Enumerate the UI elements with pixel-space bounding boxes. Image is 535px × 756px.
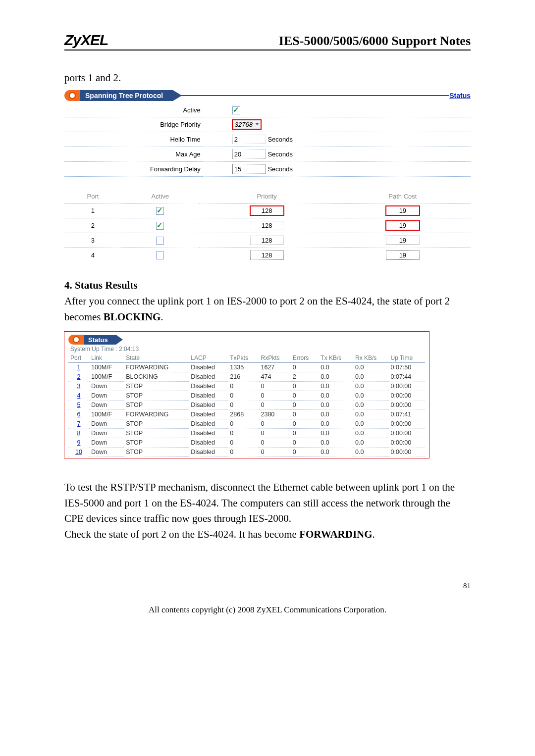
status-lacp-cell: Disabled	[189, 419, 228, 429]
status-up-cell: 0:00:00	[389, 391, 425, 401]
port-number: 3	[64, 233, 121, 248]
status-state-cell: STOP	[124, 419, 189, 429]
port-priority-input[interactable]: 128	[250, 236, 284, 245]
port-active-checkbox[interactable]	[156, 237, 164, 245]
status-port-link[interactable]: 5	[68, 401, 89, 410]
status-rxkb-cell: 0.0	[353, 448, 389, 457]
status-col-header: State	[124, 353, 189, 363]
active-label: Active	[64, 104, 203, 117]
status-state-cell: STOP	[124, 401, 189, 410]
status-up-cell: 0:07:50	[389, 363, 425, 372]
port-active-checkbox[interactable]	[156, 222, 164, 230]
status-port-link[interactable]: 3	[68, 382, 89, 391]
status-state-cell: STOP	[124, 448, 189, 457]
port-pathcost-input[interactable]: 19	[386, 221, 420, 230]
forwarding-delay-input[interactable]: 15	[232, 164, 266, 174]
section-heading: 4. Status Results	[64, 279, 471, 292]
status-link-cell: Down	[89, 429, 124, 438]
status-panel-pill: Status	[68, 335, 425, 345]
bridge-priority-select[interactable]: 32768	[232, 120, 261, 129]
status-rxkb-cell: 0.0	[353, 363, 389, 372]
status-row: 1100M/FFORWARDINGDisabled1335162700.00.0…	[68, 363, 425, 372]
status-txkb-cell: 0.0	[319, 382, 353, 391]
status-tx-cell: 0	[228, 391, 259, 401]
status-rxkb-cell: 0.0	[353, 410, 389, 419]
status-port-link[interactable]: 6	[68, 410, 89, 419]
port-pathcost-input[interactable]: 19	[386, 251, 420, 260]
status-up-cell: 0:00:00	[389, 429, 425, 438]
port-pathcost-input[interactable]: 19	[386, 236, 420, 245]
status-txkb-cell: 0.0	[319, 419, 353, 429]
status-port-link[interactable]: 7	[68, 419, 89, 429]
status-err-cell: 0	[291, 419, 319, 429]
status-col-header: Tx KB/s	[319, 353, 353, 363]
status-rx-cell: 0	[259, 391, 291, 401]
status-state-cell: STOP	[124, 438, 189, 448]
status-state-cell: FORWARDING	[124, 410, 189, 419]
status-err-cell: 2	[291, 372, 319, 382]
hello-time-input[interactable]: 2	[232, 135, 266, 144]
intro-text: ports 1 and 2.	[64, 70, 471, 86]
status-port-link[interactable]: 1	[68, 363, 89, 372]
port-number: 4	[64, 248, 121, 263]
status-err-cell: 0	[291, 401, 319, 410]
status-rx-cell: 0	[259, 419, 291, 429]
port-number: 1	[64, 203, 121, 218]
status-row: 4DownSTOPDisabled0000.00.00:00:00	[68, 391, 425, 401]
status-link-cell: Down	[89, 382, 124, 391]
col-port: Port	[64, 190, 121, 203]
port-priority-input[interactable]: 128	[250, 251, 284, 260]
status-rxkb-cell: 0.0	[353, 382, 389, 391]
status-row: 5DownSTOPDisabled0000.00.00:00:00	[68, 401, 425, 410]
status-port-link[interactable]: 8	[68, 429, 89, 438]
status-lacp-cell: Disabled	[189, 391, 228, 401]
status-rx-cell: 0	[259, 401, 291, 410]
status-row: 8DownSTOPDisabled0000.00.00:00:00	[68, 429, 425, 438]
status-up-cell: 0:07:41	[389, 410, 425, 419]
closing-p1: To test the RSTP/STP mechanism, disconne…	[64, 480, 471, 527]
status-port-link[interactable]: 4	[68, 391, 89, 401]
status-row: 7DownSTOPDisabled0000.00.00:00:00	[68, 419, 425, 429]
max-age-input[interactable]: 20	[232, 150, 266, 159]
active-checkbox[interactable]	[232, 106, 240, 114]
port-priority-input[interactable]: 128	[250, 221, 284, 230]
port-active-checkbox[interactable]	[156, 207, 164, 215]
status-col-header: Errors	[291, 353, 319, 363]
port-pathcost-input[interactable]: 19	[386, 206, 420, 215]
panel-title: Spanning Tree Protocol	[80, 90, 173, 101]
status-tx-cell: 0	[228, 419, 259, 429]
port-active-checkbox[interactable]	[156, 252, 164, 259]
status-err-cell: 0	[291, 429, 319, 438]
status-col-header: Rx KB/s	[353, 353, 389, 363]
status-port-link[interactable]: 9	[68, 438, 89, 448]
status-col-header: Port	[68, 353, 89, 363]
status-tx-cell: 0	[228, 382, 259, 391]
status-tx-cell: 0	[228, 429, 259, 438]
status-link-cell: 100M/F	[89, 410, 124, 419]
status-txkb-cell: 0.0	[319, 372, 353, 382]
status-port-link[interactable]: 10	[68, 448, 89, 457]
page-header: ZyXEL IES-5000/5005/6000 Support Notes	[64, 32, 471, 50]
status-lacp-cell: Disabled	[189, 372, 228, 382]
status-lacp-cell: Disabled	[189, 448, 228, 457]
status-rxkb-cell: 0.0	[353, 391, 389, 401]
status-txkb-cell: 0.0	[319, 401, 353, 410]
status-txkb-cell: 0.0	[319, 410, 353, 419]
status-err-cell: 0	[291, 448, 319, 457]
status-txkb-cell: 0.0	[319, 391, 353, 401]
status-row: 2100M/FBLOCKINGDisabled21647420.00.00:07…	[68, 372, 425, 382]
logo: ZyXEL	[64, 32, 108, 49]
status-rx-cell: 0	[259, 448, 291, 457]
stp-screenshot: Spanning Tree Protocol Status Active Bri…	[64, 90, 471, 263]
status-state-cell: FORWARDING	[124, 363, 189, 372]
status-port-link[interactable]: 2	[68, 372, 89, 382]
status-col-header: Link	[89, 353, 124, 363]
status-link-cell: Down	[89, 448, 124, 457]
status-lacp-cell: Disabled	[189, 401, 228, 410]
port-priority-input[interactable]: 128	[250, 206, 284, 215]
status-rx-cell: 0	[259, 438, 291, 448]
status-link[interactable]: Status	[449, 92, 471, 100]
stp-ports-table: Port Active Priority Path Cost 112819212…	[64, 190, 471, 262]
status-link-cell: Down	[89, 438, 124, 448]
status-rx-cell: 1627	[259, 363, 291, 372]
